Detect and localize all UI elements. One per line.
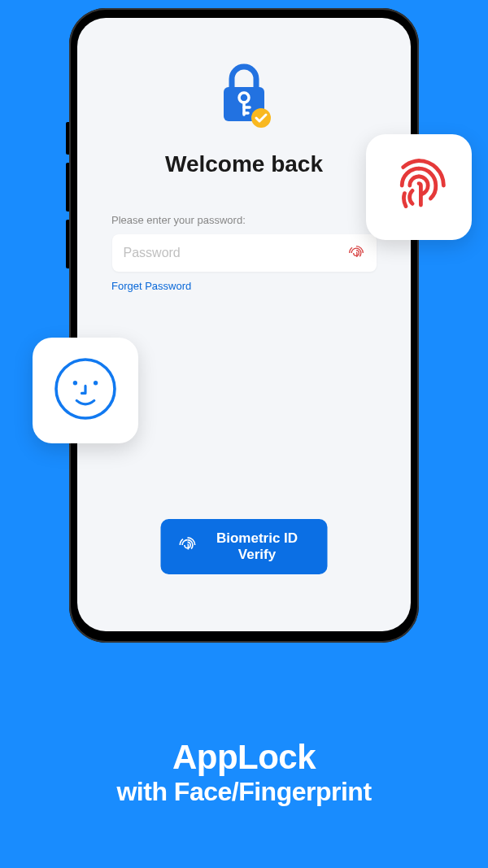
password-input[interactable] xyxy=(124,246,347,260)
phone-button xyxy=(66,122,69,155)
fingerprint-icon xyxy=(179,536,197,558)
fingerprint-card xyxy=(366,134,472,240)
promo-title: AppLock xyxy=(0,738,488,777)
face-id-card xyxy=(33,338,138,443)
password-input-container xyxy=(112,234,377,272)
biometric-button-label: Biometric ID Verify xyxy=(205,530,310,563)
svg-point-8 xyxy=(94,381,98,385)
app-lock-icon xyxy=(216,63,272,135)
forgot-password-link[interactable]: Forget Password xyxy=(111,280,191,292)
password-prompt-label: Please enter your password: xyxy=(111,214,246,226)
phone-button xyxy=(66,163,69,212)
biometric-verify-button[interactable]: Biometric ID Verify xyxy=(161,519,328,574)
fingerprint-icon xyxy=(386,153,451,221)
welcome-title: Welcome back xyxy=(165,151,323,177)
svg-point-7 xyxy=(73,381,77,385)
promo-subtitle: with Face/Fingerprint xyxy=(0,777,488,807)
phone-frame: Welcome back Please enter your password:… xyxy=(69,8,419,643)
face-id-icon xyxy=(49,352,122,429)
phone-button xyxy=(66,220,69,268)
phone-screen: Welcome back Please enter your password:… xyxy=(77,18,411,631)
fingerprint-icon[interactable] xyxy=(347,244,365,262)
promo-text-block: AppLock with Face/Fingerprint xyxy=(0,738,488,807)
